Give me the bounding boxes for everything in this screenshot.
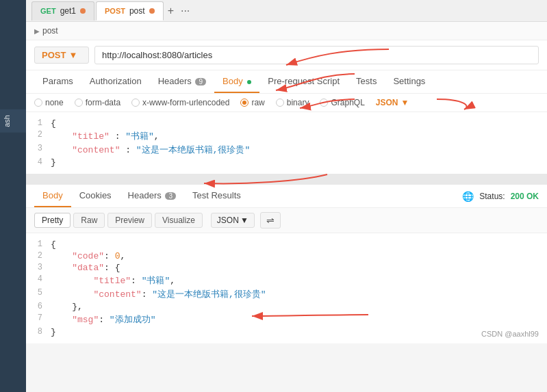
- req-line-1: 1 {: [26, 118, 547, 129]
- collapse-label: post: [42, 26, 58, 36]
- get-method-label: GET: [40, 7, 56, 15]
- tab-post1-dot: [149, 8, 155, 14]
- req-line-3: 3 "content" : "这是一本绝版书籍,很珍贵": [26, 143, 547, 157]
- radio-none[interactable]: none: [34, 98, 64, 107]
- tab-tests[interactable]: Tests: [348, 70, 385, 93]
- radio-form-data-circle: [75, 99, 83, 107]
- radio-graphql[interactable]: GraphQL: [320, 98, 364, 107]
- more-tabs-button[interactable]: ···: [178, 3, 192, 18]
- tab-get1-label: get1: [60, 6, 76, 16]
- left-sidebar: ash: [0, 0, 26, 392]
- radio-binary[interactable]: binary: [276, 98, 309, 107]
- resp-tab-body[interactable]: Body: [34, 185, 71, 207]
- body-active-dot: [247, 80, 251, 84]
- req-line-2: 2 "title" : "书籍",: [26, 129, 547, 143]
- resp-headers-badge: 3: [165, 192, 176, 200]
- url-bar: POST ▼: [26, 40, 547, 70]
- radio-raw[interactable]: raw: [240, 98, 264, 107]
- radio-graphql-circle: [320, 99, 328, 107]
- post-method-label: POST: [105, 7, 125, 15]
- tab-prerequest[interactable]: Pre-request Script: [259, 70, 348, 93]
- wrap-button[interactable]: ⇌: [260, 212, 281, 228]
- globe-icon: 🌐: [462, 191, 474, 202]
- resp-tab-test-results[interactable]: Test Results: [184, 185, 249, 207]
- collapse-arrow-icon: ▶: [34, 27, 40, 35]
- format-selector[interactable]: JSON ▼: [376, 98, 409, 107]
- req-line-4: 4 }: [26, 157, 547, 168]
- tab-post1[interactable]: POST post: [96, 1, 164, 21]
- resp-tab-cookies[interactable]: Cookies: [71, 185, 120, 207]
- visualize-button[interactable]: Visualize: [155, 213, 203, 228]
- section-divider: [26, 179, 547, 185]
- resp-format-arrow: ▼: [240, 215, 249, 225]
- tab-post1-label: post: [129, 6, 145, 16]
- resp-format-label: JSON: [217, 215, 239, 225]
- raw-button[interactable]: Raw: [73, 213, 105, 228]
- watermark: CSDN @aaxhl99: [481, 330, 539, 338]
- resp-tab-headers[interactable]: Headers 3: [120, 185, 184, 207]
- resp-line-5: 5 "content": "这是一本绝版书籍,很珍贵": [26, 287, 547, 301]
- status-value: 200 OK: [511, 192, 539, 201]
- response-status: 🌐 Status: 200 OK: [462, 191, 539, 202]
- resp-line-7: 7 "msg": "添加成功": [26, 313, 547, 326]
- tab-authorization[interactable]: Authorization: [81, 70, 150, 93]
- tab-body[interactable]: Body: [214, 70, 259, 93]
- tab-get1-dot: [80, 8, 86, 14]
- add-tab-button[interactable]: +: [165, 3, 177, 18]
- radio-binary-circle: [276, 99, 284, 107]
- response-code-area[interactable]: 1 { 2 "code": 0, 3 "data": { 4: [26, 233, 547, 343]
- request-tabs: Params Authorization Headers 9 Body Pre-…: [26, 70, 547, 94]
- resp-format-dropdown[interactable]: JSON ▼: [211, 213, 255, 228]
- radio-none-circle: [34, 99, 42, 107]
- method-label: POST: [42, 50, 66, 60]
- radio-urlencoded[interactable]: x-www-form-urlencoded: [131, 98, 229, 107]
- resp-line-6: 6 },: [26, 301, 547, 313]
- resp-line-3: 3 "data": {: [26, 262, 547, 274]
- pretty-toolbar: Pretty Raw Preview Visualize JSON ▼ ⇌: [26, 208, 547, 233]
- resp-line-1: 1 {: [26, 239, 547, 250]
- format-arrow-icon: ▼: [401, 98, 409, 107]
- preview-button[interactable]: Preview: [107, 213, 152, 228]
- sidebar-label: ash: [0, 109, 26, 133]
- method-dropdown-arrow: ▼: [68, 50, 77, 60]
- request-section: ▶ post POST ▼ Params Authorization: [26, 22, 547, 179]
- body-options: none form-data x-www-form-urlencoded raw…: [26, 94, 547, 112]
- pretty-button[interactable]: Pretty: [34, 213, 71, 228]
- tab-get1[interactable]: GET get1: [31, 1, 94, 21]
- resp-line-8: 8 }: [26, 326, 547, 338]
- headers-badge: 9: [195, 78, 206, 86]
- status-label: Status:: [479, 192, 505, 201]
- tab-params[interactable]: Params: [34, 70, 81, 93]
- tab-settings[interactable]: Settings: [385, 70, 433, 93]
- response-tabs: Body Cookies Headers 3 Test Results 🌐 St…: [26, 185, 547, 208]
- radio-form-data[interactable]: form-data: [75, 98, 120, 107]
- radio-urlencoded-circle: [131, 99, 140, 107]
- tab-headers[interactable]: Headers 9: [150, 70, 214, 93]
- collapse-row[interactable]: ▶ post: [26, 22, 547, 40]
- method-selector[interactable]: POST ▼: [34, 47, 89, 64]
- resp-line-4: 4 "title": "书籍",: [26, 274, 547, 287]
- url-input[interactable]: [94, 46, 539, 64]
- response-section: Body Cookies Headers 3 Test Results 🌐 St…: [26, 185, 547, 343]
- radio-raw-circle: [240, 99, 249, 107]
- format-label: JSON: [376, 98, 398, 107]
- top-tab-bar: GET get1 POST post + ···: [26, 0, 547, 22]
- request-code-area[interactable]: 1 { 2 "title" : "书籍", 3 "content" : "这是一…: [26, 112, 547, 174]
- resp-line-2: 2 "code": 0,: [26, 250, 547, 262]
